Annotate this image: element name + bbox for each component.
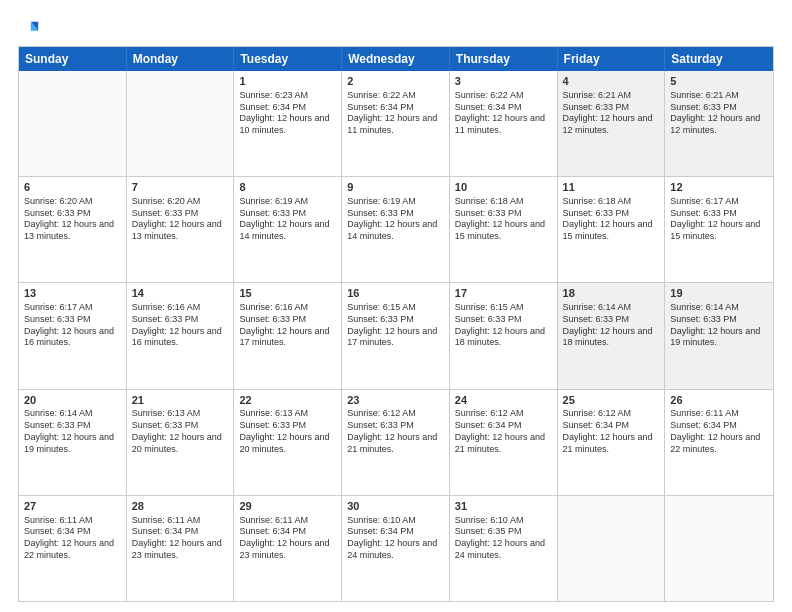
day-number: 7 xyxy=(132,180,229,195)
day-cell: 28Sunrise: 6:11 AM Sunset: 6:34 PM Dayli… xyxy=(127,496,235,601)
day-info: Sunrise: 6:11 AM Sunset: 6:34 PM Dayligh… xyxy=(670,408,768,455)
day-cell: 29Sunrise: 6:11 AM Sunset: 6:34 PM Dayli… xyxy=(234,496,342,601)
day-info: Sunrise: 6:12 AM Sunset: 6:34 PM Dayligh… xyxy=(455,408,552,455)
day-info: Sunrise: 6:15 AM Sunset: 6:33 PM Dayligh… xyxy=(347,302,444,349)
day-info: Sunrise: 6:16 AM Sunset: 6:33 PM Dayligh… xyxy=(132,302,229,349)
day-number: 21 xyxy=(132,393,229,408)
day-cell: 5Sunrise: 6:21 AM Sunset: 6:33 PM Daylig… xyxy=(665,71,773,176)
day-cell: 6Sunrise: 6:20 AM Sunset: 6:33 PM Daylig… xyxy=(19,177,127,282)
calendar-page: SundayMondayTuesdayWednesdayThursdayFrid… xyxy=(0,0,792,612)
calendar-body: 1Sunrise: 6:23 AM Sunset: 6:34 PM Daylig… xyxy=(19,71,773,601)
day-cell: 18Sunrise: 6:14 AM Sunset: 6:33 PM Dayli… xyxy=(558,283,666,388)
day-number: 23 xyxy=(347,393,444,408)
day-number: 22 xyxy=(239,393,336,408)
calendar: SundayMondayTuesdayWednesdayThursdayFrid… xyxy=(18,46,774,602)
week-row-0: 1Sunrise: 6:23 AM Sunset: 6:34 PM Daylig… xyxy=(19,71,773,176)
day-info: Sunrise: 6:10 AM Sunset: 6:34 PM Dayligh… xyxy=(347,515,444,562)
calendar-header-row: SundayMondayTuesdayWednesdayThursdayFrid… xyxy=(19,47,773,71)
logo xyxy=(18,18,40,36)
day-cell: 1Sunrise: 6:23 AM Sunset: 6:34 PM Daylig… xyxy=(234,71,342,176)
day-number: 31 xyxy=(455,499,552,514)
day-cell: 8Sunrise: 6:19 AM Sunset: 6:33 PM Daylig… xyxy=(234,177,342,282)
day-number: 16 xyxy=(347,286,444,301)
day-info: Sunrise: 6:13 AM Sunset: 6:33 PM Dayligh… xyxy=(132,408,229,455)
day-info: Sunrise: 6:19 AM Sunset: 6:33 PM Dayligh… xyxy=(239,196,336,243)
day-info: Sunrise: 6:11 AM Sunset: 6:34 PM Dayligh… xyxy=(239,515,336,562)
week-row-4: 27Sunrise: 6:11 AM Sunset: 6:34 PM Dayli… xyxy=(19,495,773,601)
day-number: 28 xyxy=(132,499,229,514)
day-number: 27 xyxy=(24,499,121,514)
day-number: 26 xyxy=(670,393,768,408)
day-cell: 27Sunrise: 6:11 AM Sunset: 6:34 PM Dayli… xyxy=(19,496,127,601)
day-info: Sunrise: 6:10 AM Sunset: 6:35 PM Dayligh… xyxy=(455,515,552,562)
day-info: Sunrise: 6:23 AM Sunset: 6:34 PM Dayligh… xyxy=(239,90,336,137)
logo-icon xyxy=(18,18,40,40)
day-cell: 21Sunrise: 6:13 AM Sunset: 6:33 PM Dayli… xyxy=(127,390,235,495)
day-number: 19 xyxy=(670,286,768,301)
day-cell: 20Sunrise: 6:14 AM Sunset: 6:33 PM Dayli… xyxy=(19,390,127,495)
day-cell: 3Sunrise: 6:22 AM Sunset: 6:34 PM Daylig… xyxy=(450,71,558,176)
day-info: Sunrise: 6:16 AM Sunset: 6:33 PM Dayligh… xyxy=(239,302,336,349)
day-cell: 10Sunrise: 6:18 AM Sunset: 6:33 PM Dayli… xyxy=(450,177,558,282)
day-info: Sunrise: 6:19 AM Sunset: 6:33 PM Dayligh… xyxy=(347,196,444,243)
week-row-2: 13Sunrise: 6:17 AM Sunset: 6:33 PM Dayli… xyxy=(19,282,773,388)
day-number: 12 xyxy=(670,180,768,195)
day-number: 30 xyxy=(347,499,444,514)
day-number: 13 xyxy=(24,286,121,301)
header-cell-tuesday: Tuesday xyxy=(234,47,342,71)
day-cell: 9Sunrise: 6:19 AM Sunset: 6:33 PM Daylig… xyxy=(342,177,450,282)
day-cell: 15Sunrise: 6:16 AM Sunset: 6:33 PM Dayli… xyxy=(234,283,342,388)
day-info: Sunrise: 6:14 AM Sunset: 6:33 PM Dayligh… xyxy=(24,408,121,455)
day-cell xyxy=(19,71,127,176)
day-info: Sunrise: 6:22 AM Sunset: 6:34 PM Dayligh… xyxy=(455,90,552,137)
day-cell: 19Sunrise: 6:14 AM Sunset: 6:33 PM Dayli… xyxy=(665,283,773,388)
day-number: 29 xyxy=(239,499,336,514)
day-cell: 30Sunrise: 6:10 AM Sunset: 6:34 PM Dayli… xyxy=(342,496,450,601)
day-cell: 13Sunrise: 6:17 AM Sunset: 6:33 PM Dayli… xyxy=(19,283,127,388)
day-info: Sunrise: 6:18 AM Sunset: 6:33 PM Dayligh… xyxy=(563,196,660,243)
day-cell: 2Sunrise: 6:22 AM Sunset: 6:34 PM Daylig… xyxy=(342,71,450,176)
day-cell: 11Sunrise: 6:18 AM Sunset: 6:33 PM Dayli… xyxy=(558,177,666,282)
day-info: Sunrise: 6:21 AM Sunset: 6:33 PM Dayligh… xyxy=(670,90,768,137)
day-number: 8 xyxy=(239,180,336,195)
day-cell: 4Sunrise: 6:21 AM Sunset: 6:33 PM Daylig… xyxy=(558,71,666,176)
day-number: 25 xyxy=(563,393,660,408)
day-info: Sunrise: 6:20 AM Sunset: 6:33 PM Dayligh… xyxy=(24,196,121,243)
day-info: Sunrise: 6:22 AM Sunset: 6:34 PM Dayligh… xyxy=(347,90,444,137)
day-cell: 17Sunrise: 6:15 AM Sunset: 6:33 PM Dayli… xyxy=(450,283,558,388)
header-cell-thursday: Thursday xyxy=(450,47,558,71)
day-info: Sunrise: 6:11 AM Sunset: 6:34 PM Dayligh… xyxy=(24,515,121,562)
header-cell-saturday: Saturday xyxy=(665,47,773,71)
day-cell xyxy=(665,496,773,601)
header-cell-wednesday: Wednesday xyxy=(342,47,450,71)
header xyxy=(18,18,774,36)
day-number: 10 xyxy=(455,180,552,195)
day-cell: 14Sunrise: 6:16 AM Sunset: 6:33 PM Dayli… xyxy=(127,283,235,388)
day-number: 18 xyxy=(563,286,660,301)
day-cell: 22Sunrise: 6:13 AM Sunset: 6:33 PM Dayli… xyxy=(234,390,342,495)
day-number: 20 xyxy=(24,393,121,408)
day-number: 11 xyxy=(563,180,660,195)
day-number: 15 xyxy=(239,286,336,301)
day-info: Sunrise: 6:12 AM Sunset: 6:34 PM Dayligh… xyxy=(563,408,660,455)
day-cell: 23Sunrise: 6:12 AM Sunset: 6:33 PM Dayli… xyxy=(342,390,450,495)
day-info: Sunrise: 6:15 AM Sunset: 6:33 PM Dayligh… xyxy=(455,302,552,349)
day-number: 5 xyxy=(670,74,768,89)
day-cell: 31Sunrise: 6:10 AM Sunset: 6:35 PM Dayli… xyxy=(450,496,558,601)
day-info: Sunrise: 6:18 AM Sunset: 6:33 PM Dayligh… xyxy=(455,196,552,243)
day-info: Sunrise: 6:21 AM Sunset: 6:33 PM Dayligh… xyxy=(563,90,660,137)
day-cell: 24Sunrise: 6:12 AM Sunset: 6:34 PM Dayli… xyxy=(450,390,558,495)
header-cell-friday: Friday xyxy=(558,47,666,71)
day-cell: 7Sunrise: 6:20 AM Sunset: 6:33 PM Daylig… xyxy=(127,177,235,282)
day-info: Sunrise: 6:17 AM Sunset: 6:33 PM Dayligh… xyxy=(24,302,121,349)
day-number: 4 xyxy=(563,74,660,89)
day-info: Sunrise: 6:14 AM Sunset: 6:33 PM Dayligh… xyxy=(670,302,768,349)
day-cell: 12Sunrise: 6:17 AM Sunset: 6:33 PM Dayli… xyxy=(665,177,773,282)
day-number: 17 xyxy=(455,286,552,301)
day-cell xyxy=(127,71,235,176)
day-number: 9 xyxy=(347,180,444,195)
day-cell xyxy=(558,496,666,601)
day-info: Sunrise: 6:14 AM Sunset: 6:33 PM Dayligh… xyxy=(563,302,660,349)
week-row-3: 20Sunrise: 6:14 AM Sunset: 6:33 PM Dayli… xyxy=(19,389,773,495)
day-info: Sunrise: 6:17 AM Sunset: 6:33 PM Dayligh… xyxy=(670,196,768,243)
